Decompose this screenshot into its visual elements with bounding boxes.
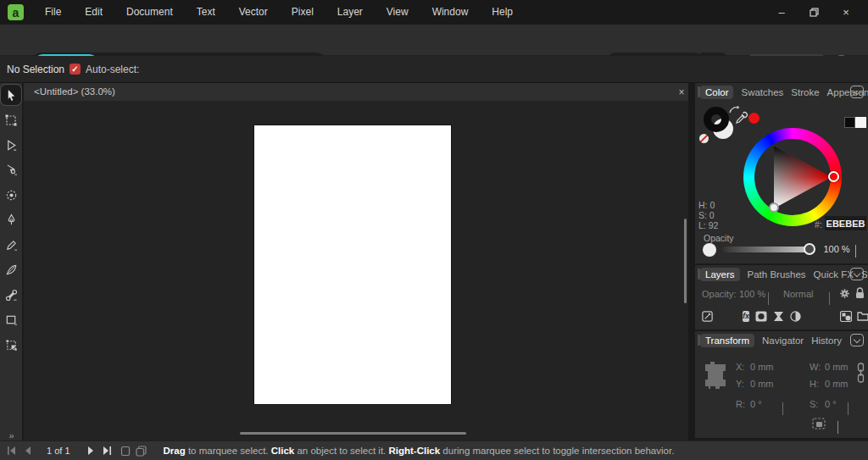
opacity-dropdown-chevron[interactable] — [855, 245, 856, 257]
minimize-button[interactable]: – — [770, 3, 793, 22]
link-dimensions-icon[interactable] — [857, 363, 865, 383]
artboard-tool[interactable] — [1, 110, 21, 130]
tab-history[interactable]: History — [811, 335, 842, 346]
pencil-tool[interactable] — [1, 235, 21, 255]
tab-transform[interactable]: Transform — [700, 334, 754, 347]
h-label: H: — [810, 379, 819, 389]
picked-color-dot[interactable] — [748, 113, 760, 124]
lock-icon[interactable] — [855, 287, 865, 299]
shear-value[interactable]: 0 ° — [825, 399, 837, 409]
w-value[interactable]: 0 mm — [825, 362, 849, 372]
layer-settings-gear-icon[interactable] — [839, 288, 850, 299]
node-tool[interactable] — [1, 135, 21, 155]
edit-layer-icon[interactable] — [701, 310, 714, 323]
menu-view[interactable]: View — [375, 0, 420, 25]
default-black-swatch[interactable] — [844, 117, 855, 128]
tab-path-brushes[interactable]: Path Brushes — [748, 269, 806, 280]
document-page[interactable] — [254, 125, 451, 404]
status-hint: Drag to marquee select. Click an object … — [164, 445, 675, 457]
adjustment-icon[interactable] — [773, 311, 784, 322]
fx-icon[interactable]: fx — [743, 311, 749, 322]
y-value[interactable]: 0 mm — [750, 379, 774, 389]
panel-stroke-swatch[interactable] — [704, 107, 729, 132]
previous-page-icon[interactable] — [24, 446, 31, 455]
document-tab[interactable]: <Untitled> (33.0%) × — [24, 83, 688, 101]
canvas-viewport[interactable] — [24, 101, 688, 441]
menu-document[interactable]: Document — [114, 0, 185, 25]
shape-builder-tool[interactable] — [1, 335, 21, 355]
menu-text[interactable]: Text — [185, 0, 227, 25]
eyedropper-icon[interactable] — [735, 111, 748, 125]
menu-vector[interactable]: Vector — [227, 0, 280, 25]
panel-grip[interactable] — [698, 335, 700, 346]
close-button[interactable]: × — [834, 3, 858, 22]
horizontal-scrollbar[interactable] — [240, 432, 466, 435]
menu-window[interactable]: Window — [420, 0, 481, 25]
tab-close-icon[interactable]: × — [675, 86, 688, 99]
rectangle-tool[interactable] — [1, 309, 21, 330]
corner-tool[interactable] — [1, 285, 21, 305]
pencil-tool-icon — [5, 239, 18, 252]
opacity-slider-handle[interactable] — [804, 243, 815, 255]
add-page-icon[interactable] — [120, 446, 131, 457]
anchor-point-selector[interactable] — [702, 359, 729, 391]
x-value[interactable]: 0 mm — [750, 362, 774, 372]
opacity-slider-track[interactable] — [723, 247, 810, 252]
pen-tool[interactable] — [1, 209, 21, 230]
none-color-swatch[interactable] — [699, 134, 709, 143]
vertical-scrollbar[interactable] — [684, 219, 687, 303]
blend-mode-value[interactable]: Normal — [783, 289, 813, 299]
x-label: X: — [736, 362, 744, 372]
hex-input[interactable]: EBEBEB — [825, 216, 866, 230]
panel-grip[interactable] — [698, 269, 700, 280]
auto-select-checkbox[interactable]: ✓ — [70, 64, 81, 75]
more-tools-chevron[interactable]: » — [0, 430, 23, 441]
color-selector[interactable] — [769, 202, 779, 213]
panel-collapse-icon[interactable] — [850, 268, 864, 280]
menu-layer[interactable]: Layer — [326, 0, 375, 25]
menu-help[interactable]: Help — [480, 0, 525, 25]
h-value[interactable]: 0 mm — [825, 379, 849, 389]
mask-icon[interactable] — [755, 311, 767, 322]
blend-mode-chevron[interactable] — [829, 292, 830, 304]
tab-swatches[interactable]: Swatches — [741, 87, 783, 97]
tab-quick-fx[interactable]: Quick FX — [814, 269, 854, 280]
panel-collapse-icon[interactable] — [850, 334, 864, 346]
selection-brush-tool[interactable] — [1, 185, 21, 205]
shear-chevron[interactable] — [848, 402, 849, 414]
panel-grip[interactable] — [698, 86, 700, 97]
layers-opacity-chevron[interactable] — [768, 292, 769, 304]
tab-stroke[interactable]: Stroke — [791, 87, 819, 97]
opacity-value[interactable]: 100 % — [821, 241, 853, 256]
transform-origin-icon[interactable] — [812, 418, 826, 430]
restore-button[interactable] — [802, 3, 826, 22]
move-tool[interactable] — [1, 85, 21, 105]
rotation-value[interactable]: 0 ° — [750, 399, 762, 409]
tab-navigator[interactable]: Navigator — [762, 335, 804, 346]
default-white-swatch[interactable] — [855, 117, 866, 128]
hue-selector[interactable] — [828, 171, 839, 182]
tab-layers[interactable]: Layers — [700, 268, 740, 281]
first-page-icon[interactable] — [7, 446, 17, 455]
vector-brush-tool[interactable] — [1, 259, 21, 280]
menu-edit[interactable]: Edit — [73, 0, 114, 25]
new-image-icon[interactable] — [840, 311, 852, 322]
menu-file[interactable]: File — [33, 0, 73, 25]
panel-collapse-icon[interactable] — [850, 86, 864, 98]
hue-wheel[interactable] — [743, 128, 842, 226]
layers-opacity-value[interactable]: 100 % — [739, 289, 765, 299]
menu-pixel[interactable]: Pixel — [280, 0, 326, 25]
next-page-icon[interactable] — [87, 446, 95, 455]
color-panel: Color Swatches Stroke Appearance — [695, 83, 868, 263]
tab-color[interactable]: Color — [700, 86, 733, 99]
contour-tool[interactable] — [1, 159, 21, 180]
page-indicator: 1 of 1 — [47, 446, 70, 456]
duplicate-page-icon[interactable] — [136, 446, 147, 457]
rotation-chevron[interactable] — [782, 402, 783, 414]
group-folder-icon[interactable] — [857, 311, 868, 321]
last-page-icon[interactable] — [102, 446, 112, 455]
hint-segment: Click — [271, 446, 295, 456]
transform-origin-chevron[interactable] — [837, 421, 838, 433]
live-filter-icon[interactable] — [790, 311, 801, 322]
artboard-tool-icon — [4, 114, 18, 127]
